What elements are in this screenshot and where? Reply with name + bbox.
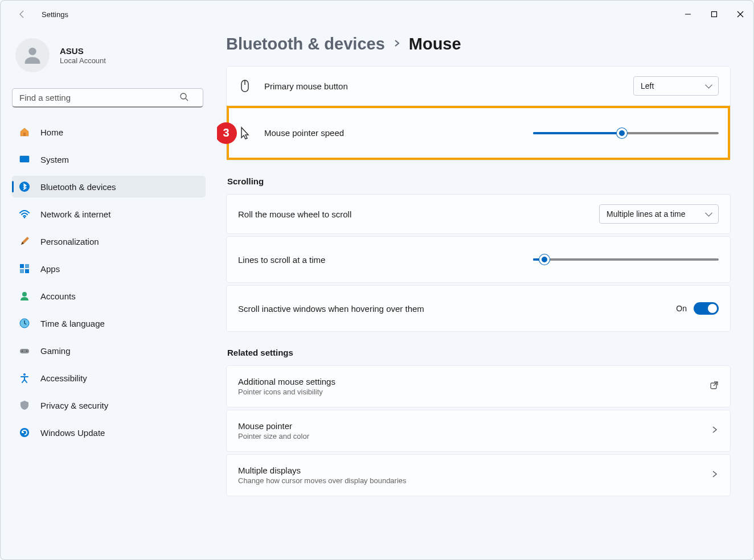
section-related: Related settings bbox=[227, 348, 731, 357]
nav-accounts[interactable]: Accounts bbox=[12, 285, 206, 307]
nav-personalization[interactable]: Personalization bbox=[12, 230, 206, 252]
svg-point-19 bbox=[23, 373, 26, 376]
lines-scroll-slider[interactable] bbox=[533, 254, 719, 265]
scroll-inactive-row: Scroll inactive windows when hovering ov… bbox=[227, 286, 730, 331]
clock-icon bbox=[19, 318, 30, 329]
nav-privacy[interactable]: Privacy & security bbox=[12, 394, 206, 416]
additional-title: Additional mouse settings bbox=[238, 377, 710, 386]
nav-label: Home bbox=[40, 127, 63, 137]
breadcrumb: Bluetooth & devices Mouse bbox=[226, 35, 731, 53]
nav-network[interactable]: Network & internet bbox=[12, 203, 206, 225]
wifi-icon bbox=[19, 208, 30, 220]
svg-line-4 bbox=[186, 98, 188, 101]
gamepad-icon bbox=[19, 345, 30, 356]
nav-label: Network & internet bbox=[40, 209, 110, 219]
scroll-inactive-label: Scroll inactive windows when hovering ov… bbox=[238, 304, 424, 314]
pointer-speed-row: 3 Mouse pointer speed bbox=[227, 105, 730, 160]
window-title: Settings bbox=[42, 10, 68, 19]
nav-apps[interactable]: Apps bbox=[12, 258, 206, 279]
profile-subtitle: Local Account bbox=[60, 56, 106, 65]
svg-point-2 bbox=[28, 48, 36, 55]
svg-point-18 bbox=[26, 351, 27, 352]
nav-label: Windows Update bbox=[40, 428, 105, 438]
external-link-icon bbox=[710, 381, 719, 392]
person-icon bbox=[19, 290, 30, 302]
svg-rect-13 bbox=[25, 269, 29, 273]
additional-subtitle: Pointer icons and visibility bbox=[238, 388, 710, 396]
wheel-scroll-value: Multiple lines at a time bbox=[607, 209, 686, 219]
bluetooth-icon bbox=[19, 181, 30, 192]
mouse-pointer-title: Mouse pointer bbox=[238, 421, 711, 431]
primary-button-label: Primary mouse button bbox=[264, 81, 348, 91]
profile-block[interactable]: ASUS Local Account bbox=[12, 38, 206, 72]
additional-settings-card[interactable]: Additional mouse settings Pointer icons … bbox=[226, 365, 731, 407]
multiple-displays-title: Multiple displays bbox=[238, 466, 711, 475]
search-icon bbox=[179, 92, 188, 104]
content-area: Bluetooth & devices Mouse Primary mouse … bbox=[217, 28, 753, 559]
mouse-pointer-card[interactable]: Mouse pointer Pointer size and color bbox=[226, 410, 731, 452]
mouse-pointer-row[interactable]: Mouse pointer Pointer size and color bbox=[227, 410, 730, 451]
nav-label: System bbox=[40, 155, 69, 164]
nav-label: Time & language bbox=[40, 319, 105, 328]
titlebar: Settings bbox=[1, 1, 753, 28]
nav-list: Home System Bluetooth & devices Network … bbox=[12, 121, 206, 449]
wheel-scroll-card: Roll the mouse wheel to scroll Multiple … bbox=[226, 194, 731, 234]
nav-system[interactable]: System bbox=[12, 149, 206, 170]
back-button[interactable] bbox=[13, 5, 31, 23]
system-icon bbox=[19, 154, 30, 165]
search-box bbox=[12, 88, 206, 108]
toggle-state-label: On bbox=[676, 304, 687, 313]
close-button[interactable] bbox=[727, 5, 753, 23]
multiple-displays-subtitle: Change how cursor moves over display bou… bbox=[238, 476, 711, 485]
minimize-button[interactable] bbox=[675, 5, 701, 23]
nav-home[interactable]: Home bbox=[12, 121, 206, 143]
primary-button-row: Primary mouse button Left bbox=[227, 67, 730, 105]
multiple-displays-row[interactable]: Multiple displays Change how cursor move… bbox=[227, 455, 730, 496]
scroll-inactive-toggle[interactable] bbox=[694, 302, 719, 315]
nav-label: Gaming bbox=[40, 346, 71, 356]
pointer-speed-slider[interactable] bbox=[533, 127, 719, 139]
annotation-badge: 3 bbox=[217, 122, 237, 144]
lines-scroll-label: Lines to scroll at a time bbox=[238, 255, 325, 265]
nav-label: Privacy & security bbox=[40, 401, 108, 410]
nav-label: Bluetooth & devices bbox=[40, 182, 116, 192]
nav-label: Accessibility bbox=[40, 373, 87, 383]
window-controls bbox=[675, 5, 753, 23]
svg-rect-5 bbox=[23, 133, 26, 136]
wheel-scroll-dropdown[interactable]: Multiple lines at a time bbox=[599, 204, 719, 224]
chevron-right-icon bbox=[711, 470, 719, 480]
cursor-icon bbox=[238, 126, 252, 140]
nav-gaming[interactable]: Gaming bbox=[12, 340, 206, 361]
chevron-right-icon bbox=[393, 39, 401, 50]
maximize-button[interactable] bbox=[701, 5, 727, 23]
svg-point-20 bbox=[20, 428, 29, 437]
primary-button-value: Left bbox=[641, 81, 654, 90]
nav-accessibility[interactable]: Accessibility bbox=[12, 367, 206, 389]
update-icon bbox=[19, 427, 30, 438]
pointer-speed-label: Mouse pointer speed bbox=[264, 128, 344, 138]
additional-settings-row[interactable]: Additional mouse settings Pointer icons … bbox=[227, 366, 730, 407]
nav-time-language[interactable]: Time & language bbox=[12, 312, 206, 334]
breadcrumb-parent[interactable]: Bluetooth & devices bbox=[226, 35, 385, 53]
nav-label: Accounts bbox=[40, 291, 76, 301]
nav-label: Apps bbox=[40, 264, 60, 274]
lines-scroll-card: Lines to scroll at a time bbox=[226, 236, 731, 283]
nav-label: Personalization bbox=[40, 237, 99, 246]
mouse-icon bbox=[238, 79, 252, 93]
nav-windows-update[interactable]: Windows Update bbox=[12, 422, 206, 443]
svg-rect-16 bbox=[20, 349, 29, 353]
search-input[interactable] bbox=[12, 88, 203, 108]
primary-button-dropdown[interactable]: Left bbox=[633, 76, 719, 96]
svg-rect-11 bbox=[25, 264, 29, 268]
profile-name: ASUS bbox=[60, 46, 106, 56]
lines-scroll-row: Lines to scroll at a time bbox=[227, 237, 730, 282]
nav-bluetooth-devices[interactable]: Bluetooth & devices bbox=[12, 176, 206, 197]
accessibility-icon bbox=[19, 372, 30, 384]
home-icon bbox=[19, 126, 30, 138]
shield-icon bbox=[19, 400, 30, 411]
multiple-displays-card[interactable]: Multiple displays Change how cursor move… bbox=[226, 454, 731, 496]
svg-point-3 bbox=[181, 93, 186, 99]
mouse-settings-card: Primary mouse button Left 3 Mouse pointe… bbox=[226, 66, 731, 160]
apps-icon bbox=[19, 263, 30, 274]
svg-point-9 bbox=[24, 217, 26, 219]
